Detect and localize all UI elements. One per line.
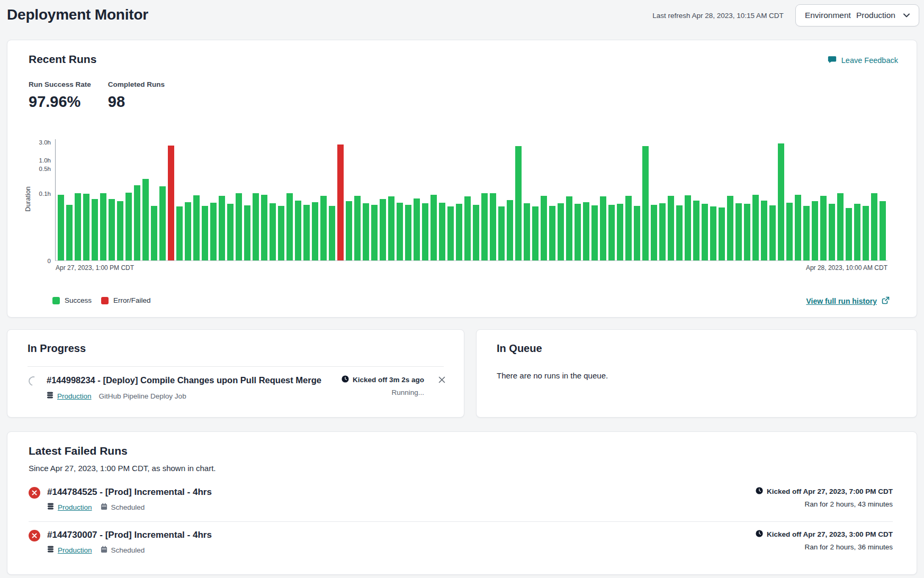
chart-bar-success[interactable] (92, 199, 98, 260)
environment-production-link[interactable]: Production (47, 546, 92, 555)
leave-feedback-link[interactable]: Leave Feedback (828, 55, 898, 66)
chart-bar-failed[interactable] (168, 146, 174, 260)
chart-bar-success[interactable] (846, 208, 852, 260)
chart-bar-success[interactable] (880, 201, 886, 260)
chart-bar-success[interactable] (498, 206, 505, 260)
environment-dropdown[interactable]: Environment Production (795, 4, 919, 26)
chart-bar-success[interactable] (710, 206, 716, 260)
chart-bar-success[interactable] (871, 193, 877, 260)
chart-bar-success[interactable] (829, 204, 835, 260)
chart-bar-success[interactable] (558, 203, 564, 260)
chart-bar-success[interactable] (270, 203, 276, 260)
chart-bar-success[interactable] (320, 196, 327, 260)
chart-bar-success[interactable] (134, 185, 140, 260)
chart-bar-success[interactable] (608, 205, 615, 260)
chart-bar-success[interactable] (109, 199, 115, 260)
chart-bar-success[interactable] (575, 204, 581, 260)
chart-bar-success[interactable] (363, 203, 369, 260)
chart-bar-success[interactable] (185, 202, 191, 260)
chart-bar-success[interactable] (176, 206, 183, 260)
chart-bar-success[interactable] (591, 205, 598, 260)
chart-bar-success[interactable] (219, 196, 225, 260)
chart-bar-success[interactable] (676, 205, 683, 260)
chart-bar-success[interactable] (532, 206, 539, 260)
chart-bar-success[interactable] (735, 203, 742, 260)
chart-bar-success[interactable] (600, 196, 606, 260)
chart-bar-success[interactable] (685, 195, 691, 260)
chart-bar-success[interactable] (473, 205, 479, 260)
chart-bar-success[interactable] (397, 203, 403, 260)
chart-bar-success[interactable] (541, 196, 547, 260)
chart-bar-success[interactable] (583, 202, 589, 260)
chart-bar-success[interactable] (507, 200, 513, 260)
chart-bar-success[interactable] (820, 196, 827, 260)
chart-bar-success[interactable] (66, 205, 73, 260)
chart-bar-success[interactable] (752, 195, 759, 260)
chart-bar-success[interactable] (837, 193, 844, 260)
chart-bar-success[interactable] (617, 204, 623, 260)
chart-bar-success[interactable] (439, 203, 445, 260)
chart-bar-success[interactable] (312, 202, 318, 260)
chart-bar-success[interactable] (295, 201, 301, 260)
chart-bar-success[interactable] (668, 196, 674, 260)
chart-bar-success[interactable] (693, 201, 699, 260)
chart-bar-success[interactable] (278, 206, 284, 260)
chart-bar-success[interactable] (490, 193, 496, 260)
chart-bar-success[interactable] (863, 206, 869, 260)
chart-bar-success[interactable] (303, 205, 310, 260)
chart-bar-success[interactable] (244, 205, 250, 260)
view-full-run-history-link[interactable]: View full run history (806, 296, 890, 306)
chart-bar-success[interactable] (380, 199, 386, 260)
chart-bar-success[interactable] (761, 201, 767, 260)
chart-bar-success[interactable] (744, 204, 750, 260)
chart-bar-success[interactable] (371, 205, 378, 260)
chart-bar-success[interactable] (354, 196, 361, 260)
chart-bar-success[interactable] (261, 195, 267, 260)
chart-bar-success[interactable] (515, 146, 522, 260)
chart-bar-success[interactable] (193, 195, 200, 260)
chart-bar-success[interactable] (854, 204, 860, 260)
environment-production-link[interactable]: Production (47, 392, 92, 401)
chart-bar-success[interactable] (58, 195, 64, 260)
chart-bar-success[interactable] (456, 204, 462, 260)
chart-bar-success[interactable] (253, 193, 259, 260)
chart-bar-success[interactable] (786, 203, 793, 260)
chart-bar-success[interactable] (803, 206, 810, 260)
chart-bar-success[interactable] (430, 195, 437, 260)
chart-bar-success[interactable] (202, 206, 208, 260)
close-icon[interactable] (438, 376, 446, 384)
chart-bar-success[interactable] (405, 205, 411, 260)
chart-bar-success[interactable] (388, 196, 394, 260)
chart-bar-success[interactable] (100, 193, 106, 260)
chart-bar-success[interactable] (117, 201, 123, 260)
chart-bar-success[interactable] (702, 204, 708, 260)
chart-bar-success[interactable] (286, 193, 293, 260)
chart-bar-success[interactable] (414, 198, 420, 260)
chart-bar-success[interactable] (769, 205, 776, 260)
chart-bar-success[interactable] (422, 203, 428, 260)
chart-bar-success[interactable] (447, 206, 454, 260)
chart-bar-success[interactable] (795, 195, 801, 260)
chart-bar-success[interactable] (125, 193, 132, 260)
chart-bar-success[interactable] (464, 196, 471, 260)
chart-bar-success[interactable] (151, 206, 157, 260)
chart-bar-success[interactable] (75, 193, 81, 260)
chart-bar-success[interactable] (227, 204, 234, 260)
chart-bar-success[interactable] (625, 196, 632, 260)
chart-bar-success[interactable] (719, 207, 725, 260)
chart-bar-success[interactable] (83, 194, 89, 260)
chart-bar-success[interactable] (634, 206, 640, 260)
chart-bar-success[interactable] (159, 186, 166, 260)
chart-bar-success[interactable] (346, 201, 352, 260)
chart-bar-success[interactable] (812, 201, 818, 260)
chart-bar-success[interactable] (329, 206, 335, 260)
chart-bar-success[interactable] (778, 143, 784, 260)
chart-bar-success[interactable] (727, 196, 733, 260)
chart-bar-success[interactable] (142, 179, 149, 260)
environment-production-link[interactable]: Production (47, 503, 92, 512)
chart-bar-success[interactable] (481, 193, 488, 260)
chart-bar-success[interactable] (236, 193, 242, 260)
chart-bar-success[interactable] (651, 205, 657, 260)
chart-bar-success[interactable] (210, 203, 217, 260)
chart-bar-success[interactable] (659, 203, 666, 260)
